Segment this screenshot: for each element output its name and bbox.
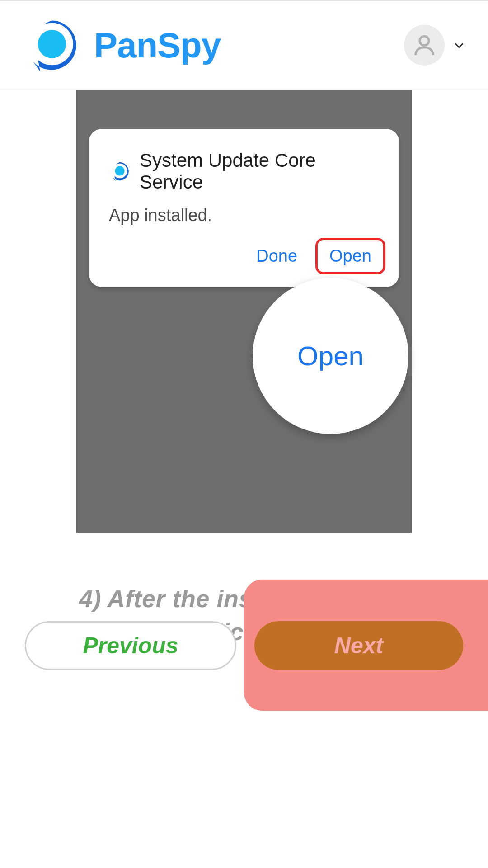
main-content: System Update Core Service App installed… (0, 90, 488, 648)
header-account[interactable] (404, 25, 465, 66)
brand-name: PanSpy (94, 25, 221, 66)
chevron-down-icon (453, 39, 465, 52)
previous-button[interactable]: Previous (25, 621, 236, 670)
nav-area: Previous Next (0, 580, 488, 711)
phone-screenshot: System Update Core Service App installed… (76, 90, 412, 533)
top-header: PanSpy (0, 0, 488, 90)
open-button-highlighted[interactable]: Open (315, 238, 385, 274)
svg-point-4 (115, 166, 124, 175)
dialog-title-row: System Update Core Service (109, 150, 379, 193)
svg-point-2 (420, 36, 429, 45)
dialog-title: System Update Core Service (140, 150, 379, 193)
avatar-icon (404, 25, 445, 66)
dialog-buttons: Done Open (248, 238, 385, 274)
app-small-logo-icon (109, 160, 131, 182)
nav-buttons-row: Previous Next (25, 621, 463, 670)
done-button[interactable]: Done (248, 241, 305, 271)
dialog-subtitle: App installed. (109, 206, 379, 225)
next-button[interactable]: Next (254, 621, 463, 670)
panspy-logo-icon (23, 16, 81, 75)
zoom-open-label: Open (297, 340, 364, 372)
svg-point-1 (38, 30, 66, 58)
logo[interactable]: PanSpy (23, 16, 221, 75)
install-dialog: System Update Core Service App installed… (89, 129, 399, 287)
zoom-callout: Open (253, 278, 408, 434)
